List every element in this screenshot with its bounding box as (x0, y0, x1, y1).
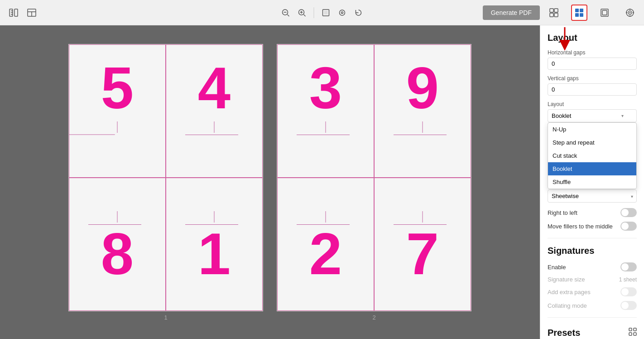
toolbar-center (279, 6, 365, 19)
zoom-out-icon[interactable] (279, 6, 292, 19)
svg-point-31 (630, 12, 631, 13)
layout-dropdown-menu: N-Up Step and repeat Cut stack Booklet S… (548, 122, 637, 189)
layout-section-title: Layout (548, 33, 637, 43)
fit-page-icon[interactable] (320, 6, 332, 19)
mode-select[interactable]: Sheetwise Work and turn Work and tumble (548, 189, 637, 203)
toolbar-left (7, 6, 38, 19)
vertical-gaps-input[interactable] (548, 83, 637, 96)
svg-rect-20 (554, 9, 558, 12)
move-fillers-toggle[interactable] (620, 222, 637, 231)
cell-2-4: 7 (374, 178, 471, 311)
digit-5: 5 (101, 58, 134, 117)
svg-rect-37 (634, 328, 636, 331)
tab-imposition[interactable] (546, 5, 562, 21)
generate-pdf-button[interactable]: Generate PDF (483, 5, 540, 20)
pages-container: 5 4 8 (68, 44, 471, 321)
layout-select-display[interactable]: Booklet ▾ (548, 109, 637, 122)
mode-select-wrapper: Sheetwise Work and turn Work and tumble … (548, 189, 637, 203)
layout-option-step-repeat[interactable]: Step and repeat (548, 136, 636, 149)
add-extra-pages-row: Add extra pages (548, 287, 637, 296)
page-1-label: 1 (164, 314, 167, 321)
signatures-enable-label: Enable (548, 264, 566, 271)
presets-title: Presets (548, 328, 580, 338)
right-to-left-row: Right to left (548, 208, 637, 217)
presets-header: Presets (548, 328, 637, 338)
svg-rect-38 (629, 333, 632, 335)
collating-mode-row: Collating mode (548, 301, 637, 310)
cell-1-4: 1 (166, 178, 263, 311)
svg-point-17 (340, 10, 345, 15)
right-to-left-label: Right to left (548, 209, 577, 216)
cell-2-1: 3 (277, 44, 374, 178)
svg-rect-28 (602, 10, 607, 15)
right-panel: Layout Horizontal gaps Vertical gaps Lay… (540, 25, 644, 339)
svg-rect-24 (580, 9, 583, 12)
svg-line-10 (288, 15, 289, 16)
svg-rect-16 (324, 11, 328, 15)
signature-size-value: 1 sheet (619, 276, 637, 283)
cell-1-3: 8 (69, 178, 166, 311)
right-to-left-toggle[interactable] (620, 208, 637, 217)
add-extra-pages-toggle[interactable] (620, 287, 637, 296)
layout-icon[interactable] (25, 6, 38, 19)
collating-mode-toggle[interactable] (620, 301, 637, 310)
layout-option-nup[interactable]: N-Up (548, 123, 636, 136)
signature-size-row: Signature size 1 sheet (548, 276, 637, 283)
presets-section: Presets (548, 317, 637, 338)
signatures-section: Signatures Enable Signature size 1 sheet… (548, 238, 637, 310)
toolbar-right: Generate PDF (483, 5, 540, 20)
canvas-area: 5 4 8 (0, 25, 540, 339)
svg-rect-39 (634, 333, 636, 335)
digit-4: 4 (198, 58, 231, 117)
move-fillers-knob (621, 223, 629, 230)
move-fillers-row: Move fillers to the middle (548, 222, 637, 231)
svg-rect-25 (575, 13, 579, 17)
zoom-in-icon[interactable] (296, 6, 308, 19)
horizontal-gaps-label: Horizontal gaps (548, 49, 637, 56)
svg-rect-36 (629, 328, 632, 331)
digit-3: 3 (309, 58, 342, 117)
svg-rect-23 (575, 9, 579, 12)
layout-label: Layout (548, 101, 637, 107)
tab-bleed[interactable] (596, 5, 613, 21)
add-extra-pages-label: Add extra pages (548, 289, 591, 295)
signatures-enable-row: Enable (548, 262, 637, 271)
collating-mode-label: Collating mode (548, 302, 587, 309)
vertical-gaps-label: Vertical gaps (548, 75, 637, 82)
digit-9: 9 (406, 58, 439, 117)
page-2-label: 2 (372, 314, 375, 321)
presets-grid-icon[interactable] (629, 328, 637, 338)
signature-size-label: Signature size (548, 276, 585, 283)
panel-tab-icons (540, 0, 644, 25)
page-1: 5 4 8 (68, 44, 263, 311)
svg-rect-19 (550, 9, 553, 12)
cell-1-2: 4 (166, 44, 263, 178)
collating-mode-knob (621, 302, 629, 309)
svg-rect-26 (580, 13, 583, 17)
fit-width-icon[interactable] (336, 6, 349, 19)
signatures-enable-knob (621, 263, 629, 271)
main-area: 5 4 8 (0, 25, 644, 339)
svg-rect-21 (550, 13, 553, 17)
svg-point-18 (341, 12, 343, 14)
svg-line-14 (304, 15, 306, 16)
move-fillers-label: Move fillers to the middle (548, 223, 613, 230)
page-wrapper-2: 3 9 2 (277, 44, 471, 321)
columns-icon[interactable] (7, 6, 20, 19)
tab-layout[interactable] (571, 5, 587, 21)
svg-rect-1 (14, 9, 18, 16)
rotate-icon[interactable] (352, 6, 365, 19)
cell-2-3: 2 (277, 178, 374, 311)
add-extra-pages-knob (621, 288, 629, 295)
signatures-title: Signatures (548, 246, 637, 256)
layout-option-shuffle[interactable]: Shuffle (548, 175, 636, 189)
page-wrapper-1: 5 4 8 (68, 44, 263, 321)
layout-option-cut-stack[interactable]: Cut stack (548, 149, 636, 162)
divider (314, 7, 314, 18)
tab-targets[interactable] (622, 5, 638, 21)
cell-1-1: 5 (69, 44, 166, 178)
page-2: 3 9 2 (277, 44, 471, 311)
horizontal-gaps-input[interactable] (548, 58, 637, 70)
signatures-enable-toggle[interactable] (620, 262, 637, 271)
layout-option-booklet[interactable]: Booklet (548, 162, 636, 175)
